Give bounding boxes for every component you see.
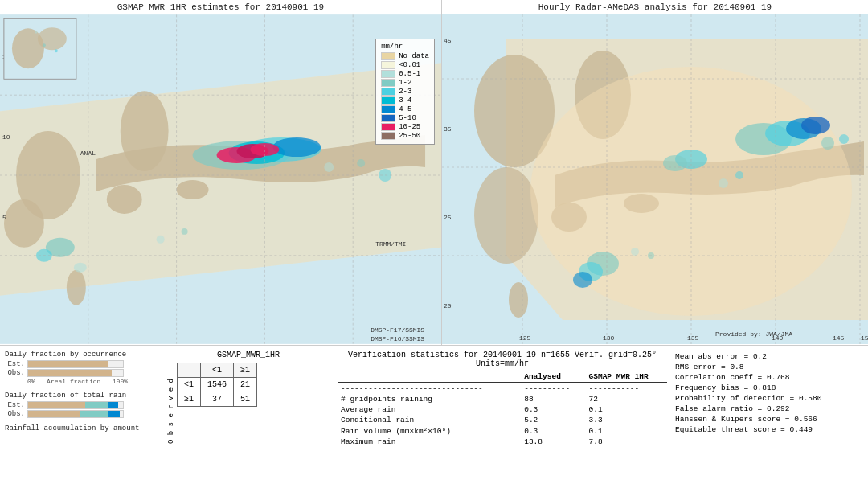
verif-col-label	[338, 371, 521, 383]
svg-text:5: 5	[2, 214, 6, 221]
page-container: GSMAP_MWR_1HR estimates for 20140901 19	[0, 0, 868, 492]
svg-point-59	[663, 155, 687, 171]
verif-row-2: Average rain 0.3 0.1	[338, 404, 667, 415]
contingency-val-12: 21	[234, 378, 257, 392]
verif-row-4: Rain volume (mm×km²×10⁸) 0.3 0.1	[338, 425, 667, 437]
verif-row-1: # gridpoints raining 88 72	[338, 394, 667, 404]
verif-val2-3: 3.3	[586, 415, 667, 425]
legend-item-001: <0.01	[381, 61, 429, 69]
svg-text:15: 15	[861, 334, 868, 342]
bar-axis-1: 0% Areal fraction 100%	[5, 378, 128, 385]
bar-row-obs2: Obs.	[5, 410, 162, 418]
legend-item-25-50: 25-50	[381, 132, 429, 140]
contingency-table: <1 ≥1 <1 1546 21 ≥1	[177, 363, 257, 407]
svg-point-8	[67, 270, 86, 305]
svg-point-19	[157, 236, 165, 244]
verif-label-4: Rain volume (mm×km²×10⁸)	[338, 425, 521, 437]
est-label-1: Est.	[5, 360, 25, 368]
legend: mm/hr No data <0.01 0.5-1	[375, 39, 435, 145]
svg-text:DMSP-F17/SSMIS: DMSP-F17/SSMIS	[371, 326, 424, 334]
stat-equitable-threat: Equitable threat score = 0.449	[675, 425, 862, 434]
svg-text:35: 35	[444, 125, 452, 133]
contingency-header-ge1: ≥1	[234, 363, 257, 378]
legend-item-5-10: 5-10	[381, 114, 429, 122]
contingency-row-header-ge1: ≥1	[178, 392, 201, 407]
maps-section: GSMAP_MWR_1HR estimates for 20140901 19	[0, 0, 868, 346]
contingency-row-header-lt1: <1	[178, 378, 201, 392]
verif-title: Verification statistics for 20140901 19 …	[338, 351, 667, 368]
contingency-header-empty	[178, 363, 201, 378]
svg-point-38	[43, 43, 46, 47]
bar-chart-rain: Est. Obs.	[5, 401, 162, 418]
charts-panel: Daily fraction by occurrence Est. Obs. 0…	[3, 349, 164, 489]
legend-item-05-1: 0.5-1	[381, 70, 429, 78]
svg-point-4	[4, 199, 44, 248]
legend-item-1-2: 1-2	[381, 79, 429, 87]
verif-val1-2: 0.3	[521, 404, 585, 415]
svg-point-22	[357, 159, 365, 167]
right-map-title: Hourly Radar-AMeDAS analysis for 2014090…	[442, 0, 868, 14]
contingency-row-lt1: <1 1546 21	[178, 378, 257, 392]
verif-col-analysed: Analysed	[521, 371, 585, 383]
bar-row-est1: Est.	[5, 360, 162, 368]
stat-frequency-bias: Frequency bias = 0.818	[675, 383, 862, 392]
svg-text:Provided by: JWA/JMA: Provided by: JWA/JMA	[715, 330, 792, 338]
obs-vertical-label: O b s e r v e d	[167, 379, 175, 444]
right-map-canvas: 45 35 25 20 125 130 135 140 145 15 Provi…	[442, 14, 868, 344]
legend-item-nodata: No data	[381, 52, 429, 60]
svg-point-12	[272, 137, 321, 157]
verification-panel: Verification statistics for 20140901 19 …	[333, 349, 672, 489]
obs-label-2: Obs.	[5, 410, 25, 418]
daily-fraction-occurrence-title: Daily fraction by occurrence	[5, 351, 162, 359]
contingency-header-lt1: <1	[201, 363, 234, 378]
svg-text:TRMM/TMI: TRMM/TMI	[375, 240, 406, 248]
svg-text:25: 25	[444, 214, 452, 221]
svg-point-63	[631, 248, 639, 256]
verif-val1-5: 13.8	[521, 437, 585, 447]
svg-point-48	[474, 167, 538, 264]
svg-point-6	[107, 185, 142, 214]
bar-track-obs1	[27, 369, 124, 377]
svg-text:45: 45	[444, 37, 452, 44]
verif-label-1: # gridpoints raining	[338, 394, 521, 404]
stat-hanssen-kuipers: Hanssen & Kuipers score = 0.566	[675, 415, 862, 424]
svg-point-68	[839, 134, 849, 144]
bar-track-est2	[27, 401, 124, 409]
left-map-container: GSMAP_MWR_1HR estimates for 20140901 19	[0, 0, 442, 346]
svg-point-37	[38, 27, 67, 50]
stat-mean-abs-error: Mean abs error = 0.2	[675, 352, 862, 361]
verif-val1-4: 0.3	[521, 425, 585, 437]
svg-text:135: 135	[687, 334, 699, 342]
contingency-title: GSMAP_MWR_1HR	[167, 351, 330, 359]
verif-row-3: Conditional rain 5.2 3.3	[338, 415, 667, 425]
legend-item-10-25: 10-25	[381, 123, 429, 131]
svg-text:DMSP-F16/SSMIS: DMSP-F16/SSMIS	[371, 335, 424, 342]
contingency-panel: GSMAP_MWR_1HR O b s e r v e d <1 ≥1	[164, 349, 333, 489]
stat-prob-detection: Probability of detection = 0.580	[675, 394, 862, 403]
verif-table: Analysed GSMAP_MWR_1HR -----------------…	[338, 371, 667, 447]
bottom-section: Daily fraction by occurrence Est. Obs. 0…	[0, 346, 868, 492]
legend-item-4-5: 4-5	[381, 105, 429, 113]
verif-val2-5: 7.8	[586, 437, 667, 447]
bar-row-est2: Est.	[5, 401, 162, 409]
svg-point-65	[719, 178, 728, 188]
svg-point-57	[801, 117, 830, 134]
verif-header-row: Analysed GSMAP_MWR_1HR	[338, 371, 667, 383]
bar-row-obs1: Obs.	[5, 369, 162, 377]
contingency-val-11: 1546	[201, 378, 234, 392]
svg-point-21	[324, 162, 334, 172]
verif-col-gsmap: GSMAP_MWR_1HR	[586, 371, 667, 383]
svg-point-40	[35, 31, 37, 34]
left-map-canvas: 15 10 5 ANAL TRMM/TMI	[0, 14, 441, 344]
svg-text:ANAL: ANAL	[80, 150, 96, 157]
svg-text:130: 130	[603, 334, 615, 342]
stat-rms-error: RMS error = 0.8	[675, 363, 862, 371]
verif-row-0: ------------------------------- --------…	[338, 383, 667, 395]
svg-point-52	[509, 282, 528, 318]
contingency-val-22: 51	[234, 392, 257, 407]
verif-label-5: Maximum rain	[338, 437, 521, 447]
verif-row-5: Maximum rain 13.8 7.8	[338, 437, 667, 447]
contingency-row-ge1: ≥1 37 51	[178, 392, 257, 407]
bar-track-obs2	[27, 410, 124, 418]
svg-point-7	[177, 180, 209, 199]
